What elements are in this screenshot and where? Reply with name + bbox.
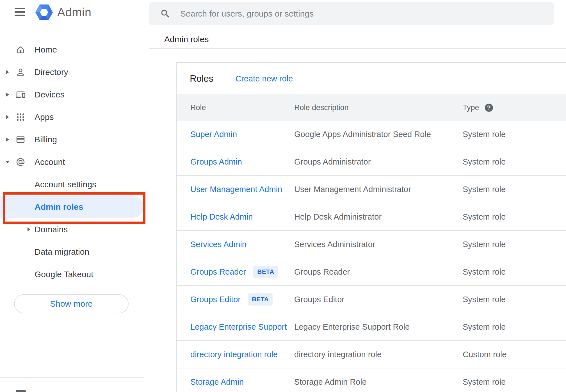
create-new-role-link[interactable]: Create new role (235, 74, 293, 83)
role-type: Custom role (463, 350, 566, 359)
role-type: System role (463, 295, 566, 304)
table-row: Storage Admin Storage Admin Role System … (177, 368, 566, 392)
search-input[interactable] (180, 9, 554, 19)
table-row: User Management Admin User Management Ad… (177, 176, 566, 203)
payment-card-icon (16, 135, 25, 144)
table-row: Groups Reader BETA Groups Reader System … (177, 258, 566, 286)
role-link[interactable]: User Management Admin (190, 185, 282, 194)
admin-logo-text: Admin (57, 6, 92, 19)
sidebar-divider (0, 377, 144, 378)
sidebar-item-label: Data migration (35, 247, 89, 257)
sidebar-item-google-takeout[interactable]: Google Takeout (0, 263, 149, 286)
table-row: directory integration role directory int… (177, 341, 566, 368)
expander-icon[interactable] (0, 250, 4, 254)
partial-cutoff-icon (16, 390, 26, 392)
role-link[interactable]: Help Desk Admin (190, 212, 253, 222)
role-type: System role (463, 157, 566, 167)
sidebar-item-billing[interactable]: Billing (0, 128, 149, 151)
sidebar-item-apps[interactable]: Apps (0, 106, 149, 128)
chevron-right-icon[interactable] (27, 227, 31, 231)
expander-icon[interactable] (0, 183, 4, 186)
beta-badge: BETA (253, 266, 278, 278)
sidebar-item-label: Admin roles (35, 202, 83, 212)
sidebar-item-account[interactable]: Account (0, 151, 149, 173)
sidebar-item-devices[interactable]: Devices (0, 83, 149, 106)
table-row: Groups Admin Groups Administrator System… (177, 148, 566, 176)
sidebar-item-label: Domains (35, 225, 68, 234)
expander-icon[interactable] (0, 48, 4, 52)
sidebar: Admin Home Directory Devices Apps Billin… (0, 0, 149, 392)
role-description: Services Administrator (294, 240, 463, 249)
sidebar-item-admin-roles[interactable]: Admin roles (0, 196, 149, 218)
role-type: System role (463, 240, 566, 249)
chevron-right-icon[interactable] (6, 138, 10, 142)
at-sign-icon (16, 157, 25, 167)
sidebar-item-home[interactable]: Home (0, 38, 149, 61)
sidebar-item-label: Billing (35, 135, 57, 144)
role-link[interactable]: Storage Admin (190, 377, 244, 387)
column-header-role-description: Role description (294, 103, 463, 112)
table-row: Legacy Enterprise Support Legacy Enterpr… (177, 313, 566, 341)
role-description: Groups Administrator (294, 157, 463, 167)
expander-icon[interactable] (0, 205, 4, 209)
role-type: System role (463, 322, 566, 332)
chevron-right-icon[interactable] (6, 70, 10, 74)
role-link[interactable]: Groups Admin (190, 157, 242, 167)
role-link[interactable]: directory integration role (190, 350, 278, 359)
sidebar-item-label: Apps (35, 112, 54, 122)
role-description: Groups Editor (294, 295, 463, 304)
home-icon (16, 45, 25, 54)
search-icon (160, 8, 171, 19)
table-row: Super Admin Google Apps Administrator Se… (177, 121, 566, 148)
sidebar-item-domains[interactable]: Domains (0, 218, 149, 241)
breadcrumb: Admin roles (164, 33, 209, 45)
table-row: Services Admin Services Administrator Sy… (177, 231, 566, 258)
role-type: System role (463, 212, 566, 222)
sidebar-item-label: Google Takeout (35, 270, 93, 279)
role-link[interactable]: Groups Reader (190, 267, 246, 277)
hamburger-menu-icon[interactable] (15, 8, 25, 16)
sidebar-item-data-migration[interactable]: Data migration (0, 241, 149, 263)
admin-logo: Admin (35, 4, 92, 21)
role-type: System role (463, 185, 566, 194)
show-more-button[interactable]: Show more (14, 294, 129, 313)
column-header-type-label: Type (463, 103, 479, 112)
help-icon[interactable]: ? (485, 104, 493, 112)
content-top-divider (149, 48, 566, 49)
table-row: Help Desk Admin Help Desk Administrator … (177, 203, 566, 231)
sidebar-item-icon (16, 270, 25, 279)
apps-grid-icon (16, 112, 25, 122)
role-link[interactable]: Super Admin (190, 130, 237, 139)
expander-icon[interactable] (0, 272, 4, 276)
devices-icon (16, 90, 25, 99)
roles-table-body: Super Admin Google Apps Administrator Se… (177, 121, 566, 392)
role-description: directory integration role (294, 350, 463, 359)
column-header-type: Type ? (463, 103, 566, 112)
sidebar-item-icon (16, 247, 25, 257)
table-header-row: Role Role description Type ? (177, 94, 566, 121)
role-link[interactable]: Legacy Enterprise Support (190, 322, 287, 332)
person-icon (16, 67, 25, 77)
chevron-right-icon[interactable] (6, 115, 10, 119)
role-description: Legacy Enterprise Support Role (294, 322, 463, 332)
role-description: Google Apps Administrator Seed Role (294, 130, 463, 139)
role-type: System role (463, 267, 566, 277)
column-header-role: Role (190, 103, 294, 112)
role-description: Storage Admin Role (294, 377, 463, 387)
roles-card: Roles Create new role Role Role descript… (176, 62, 566, 392)
sidebar-item-directory[interactable]: Directory (0, 61, 149, 83)
role-link[interactable]: Groups Editor (190, 295, 241, 304)
role-description: User Management Administrator (294, 185, 463, 194)
card-title-row: Roles Create new role (177, 63, 566, 94)
chevron-right-icon[interactable] (6, 93, 10, 97)
sidebar-item-label: Devices (35, 90, 65, 99)
beta-badge: BETA (248, 293, 273, 306)
table-row: Groups Editor BETA Groups Editor System … (177, 286, 566, 313)
sidebar-item-label: Account (35, 157, 65, 167)
admin-hexagon-logo-icon (35, 4, 53, 21)
role-link[interactable]: Services Admin (190, 240, 247, 249)
chevron-down-icon[interactable] (6, 160, 10, 164)
sidebar-item-account-settings[interactable]: Account settings (0, 173, 149, 196)
sidebar-item-icon (16, 225, 25, 234)
search-bar[interactable] (149, 2, 554, 25)
